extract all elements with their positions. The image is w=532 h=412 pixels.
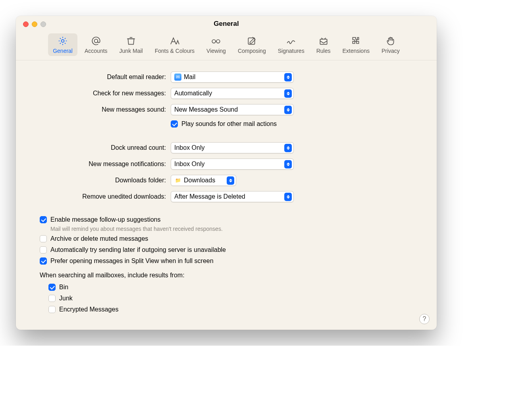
chevron-updown-icon xyxy=(227,176,234,185)
window-title: General xyxy=(214,20,239,28)
tab-label: Fonts & Colours xyxy=(155,48,195,54)
play-sounds-other-label: Play sounds for other mail actions xyxy=(181,120,277,128)
preferences-window: General General Accounts Junk Mail Fonts… xyxy=(16,16,437,330)
chevron-updown-icon xyxy=(284,144,292,152)
svg-point-3 xyxy=(217,40,220,43)
svg-point-2 xyxy=(212,40,216,43)
remove-unedited-downloads-select[interactable]: After Message is Deleted xyxy=(171,191,294,202)
retry-later-checkbox[interactable] xyxy=(40,246,47,253)
follow-up-sublabel: Mail will remind you about messages that… xyxy=(50,226,413,232)
preferences-toolbar: General Accounts Junk Mail Fonts & Colou… xyxy=(16,32,437,60)
include-bin-label: Bin xyxy=(59,283,68,292)
titlebar: General xyxy=(16,16,437,32)
at-icon xyxy=(91,36,102,46)
select-value: Inbox Only xyxy=(174,144,280,151)
chevron-updown-icon xyxy=(284,106,292,114)
downloads-folder-select[interactable]: 📁 Downloads xyxy=(171,175,236,186)
default-email-reader-label: Default email reader: xyxy=(40,74,171,81)
tab-fonts-colours[interactable]: Fonts & Colours xyxy=(150,33,199,56)
include-junk-label: Junk xyxy=(59,294,73,303)
hand-icon xyxy=(385,36,396,46)
tab-accounts[interactable]: Accounts xyxy=(80,33,112,56)
chevron-updown-icon xyxy=(284,73,292,81)
close-window-button[interactable] xyxy=(23,21,29,27)
dock-unread-count-label: Dock unread count: xyxy=(40,144,171,151)
new-message-notifications-select[interactable]: Inbox Only xyxy=(171,159,294,170)
split-view-checkbox[interactable] xyxy=(40,257,47,265)
select-value: After Message is Deleted xyxy=(174,193,280,200)
traffic-lights xyxy=(23,21,46,27)
select-value: Automatically xyxy=(174,90,280,97)
compose-icon xyxy=(246,36,257,46)
tab-label: Composing xyxy=(238,48,266,54)
archive-muted-checkbox[interactable] xyxy=(40,235,47,242)
include-encrypted-label: Encrypted Messages xyxy=(59,305,118,314)
dock-unread-count-select[interactable]: Inbox Only xyxy=(171,142,294,153)
new-messages-sound-label: New messages sound: xyxy=(40,106,171,113)
default-email-reader-select[interactable]: ✉ Mail xyxy=(171,72,294,83)
check-new-messages-select[interactable]: Automatically xyxy=(171,88,294,99)
rules-icon xyxy=(318,36,329,46)
check-new-messages-label: Check for new messages: xyxy=(40,90,171,97)
play-sounds-other-checkbox[interactable] xyxy=(171,120,178,128)
minimize-window-button[interactable] xyxy=(32,21,37,27)
tab-label: Privacy xyxy=(382,48,400,54)
puzzle-icon xyxy=(351,36,362,46)
tab-label: Extensions xyxy=(342,48,369,54)
tab-signatures[interactable]: Signatures xyxy=(273,33,309,56)
include-encrypted-checkbox[interactable] xyxy=(48,306,56,313)
remove-unedited-downloads-label: Remove unedited downloads: xyxy=(40,193,171,200)
help-button[interactable]: ? xyxy=(419,314,430,324)
search-include-heading: When searching all mailboxes, include re… xyxy=(40,272,413,279)
new-messages-sound-select[interactable]: New Messages Sound xyxy=(171,104,294,115)
chevron-updown-icon xyxy=(284,89,292,98)
archive-muted-label: Archive or delete muted messages xyxy=(50,234,148,243)
retry-later-label: Automatically try sending later if outgo… xyxy=(50,246,226,254)
general-settings-content: Default email reader: ✉ Mail Check for n… xyxy=(16,60,437,330)
tab-general[interactable]: General xyxy=(48,33,77,56)
include-junk-checkbox[interactable] xyxy=(48,295,56,302)
tab-junk-mail[interactable]: Junk Mail xyxy=(115,33,148,56)
chevron-updown-icon xyxy=(284,193,292,201)
tab-label: General xyxy=(53,48,73,54)
zoom-window-button[interactable] xyxy=(40,21,46,27)
follow-up-suggestions-checkbox[interactable] xyxy=(40,216,47,223)
tab-label: Signatures xyxy=(278,48,305,54)
tab-extensions[interactable]: Extensions xyxy=(337,33,374,56)
glasses-icon xyxy=(210,36,222,46)
select-value: Downloads xyxy=(184,177,223,184)
tab-privacy[interactable]: Privacy xyxy=(377,33,405,56)
select-value: Mail xyxy=(184,74,280,81)
tab-label: Viewing xyxy=(206,48,226,54)
split-view-label: Prefer opening messages in Split View wh… xyxy=(50,257,214,265)
follow-up-suggestions-label: Enable message follow-up suggestions xyxy=(50,215,161,224)
include-bin-checkbox[interactable] xyxy=(48,284,56,291)
tab-label: Rules xyxy=(316,48,331,54)
font-icon xyxy=(169,36,180,46)
tab-label: Junk Mail xyxy=(120,48,143,54)
new-message-notifications-label: New message notifications: xyxy=(40,161,171,168)
tab-viewing[interactable]: Viewing xyxy=(202,33,231,56)
tab-label: Accounts xyxy=(85,48,108,54)
tab-composing[interactable]: Composing xyxy=(233,33,271,56)
tab-rules[interactable]: Rules xyxy=(312,33,335,56)
gear-icon xyxy=(57,36,68,46)
bin-icon xyxy=(125,36,137,46)
chevron-updown-icon xyxy=(284,160,292,168)
select-value: New Messages Sound xyxy=(174,106,280,113)
svg-point-1 xyxy=(94,39,98,43)
folder-icon: 📁 xyxy=(174,177,181,184)
mail-app-icon: ✉ xyxy=(174,74,181,81)
signature-icon xyxy=(285,36,297,46)
downloads-folder-label: Downloads folder: xyxy=(40,177,171,184)
select-value: Inbox Only xyxy=(174,161,280,168)
svg-point-0 xyxy=(62,40,64,43)
